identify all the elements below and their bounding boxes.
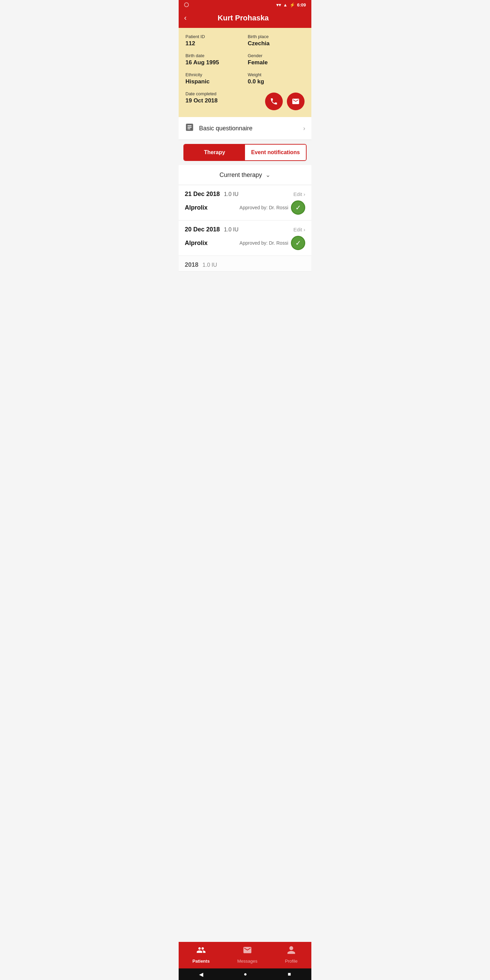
patient-id-label: Patient ID <box>185 34 242 39</box>
edit-button[interactable]: Edit › <box>293 191 305 197</box>
therapy-entry-bottom: Alprolix Approved by: Dr. Rossi ✓ <box>185 200 305 215</box>
back-button[interactable]: ‹ <box>184 14 186 22</box>
therapy-date: 21 Dec 2018 <box>185 191 220 198</box>
status-bar: ▾▾ ▲ ⚡ 6:09 <box>179 0 311 10</box>
status-right: ▾▾ ▲ ⚡ 6:09 <box>276 2 306 8</box>
gender-label: Gender <box>248 53 305 58</box>
weight-field: Weight 0.0 kg <box>248 72 305 85</box>
therapy-entry: 20 Dec 2018 1.0 IU Edit › Alprolix Appro… <box>179 221 311 256</box>
therapy-tab-bar: Therapy Event notifications <box>183 144 307 161</box>
wifi-icon: ▾▾ <box>276 2 281 8</box>
email-button[interactable] <box>287 92 305 110</box>
approved-check-icon: ✓ <box>291 236 305 250</box>
therapy-date: 2018 <box>185 261 198 269</box>
patients-icon <box>196 945 206 957</box>
therapy-entry: 21 Dec 2018 1.0 IU Edit › Alprolix Appro… <box>179 185 311 221</box>
nav-messages[interactable]: Messages <box>237 945 257 964</box>
approved-by-text: Approved by: Dr. Rossi <box>240 205 288 210</box>
chevron-right-icon: › <box>303 125 305 132</box>
home-system-button[interactable]: ● <box>243 971 247 977</box>
ethnicity-value: Hispanic <box>185 78 210 85</box>
questionnaire-label: Basic questionnaire <box>199 125 298 132</box>
patient-id-value: 112 <box>185 40 195 47</box>
info-bottom-row: Date completed 19 Oct 2018 <box>185 91 305 110</box>
approved-by: Approved by: Dr. Rossi ✓ <box>240 200 305 215</box>
profile-label: Profile <box>285 959 298 964</box>
approved-check-icon: ✓ <box>291 200 305 215</box>
time-display: 6:09 <box>297 2 306 8</box>
current-therapy-label: Current therapy <box>220 172 262 179</box>
therapy-drug: Alprolix <box>185 240 208 247</box>
birth-place-field: Birth place Czechia <box>248 34 305 47</box>
patient-info-grid: Patient ID 112 Birth place Czechia Birth… <box>185 34 305 85</box>
page-title: Kurt Prohaska <box>191 14 296 22</box>
birth-place-label: Birth place <box>248 34 305 39</box>
birth-date-label: Birth date <box>185 53 242 58</box>
messages-icon <box>243 945 252 957</box>
signal-dot <box>184 2 189 7</box>
bottom-nav: Patients Messages Profile <box>179 942 311 969</box>
phone-button[interactable] <box>265 92 283 110</box>
approved-by: Approved by: Dr. Rossi ✓ <box>240 236 305 250</box>
questionnaire-icon <box>185 123 194 134</box>
patients-label: Patients <box>192 959 210 964</box>
therapy-entry-bottom: Alprolix Approved by: Dr. Rossi ✓ <box>185 236 305 250</box>
weight-label: Weight <box>248 72 305 77</box>
chevron-down-icon: ⌄ <box>266 171 270 179</box>
edit-button[interactable]: Edit › <box>293 227 305 232</box>
edit-chevron-icon: › <box>304 227 305 232</box>
therapy-drug: Alprolix <box>185 204 208 211</box>
current-therapy-dropdown[interactable]: Current therapy ⌄ <box>179 165 311 185</box>
event-notifications-tab[interactable]: Event notifications <box>245 145 306 160</box>
system-nav-bar: ◀ ● ■ <box>179 969 311 980</box>
birth-date-value: 16 Aug 1995 <box>185 59 219 66</box>
therapy-dose: 1.0 IU <box>224 227 239 233</box>
edit-chevron-icon: › <box>304 191 305 197</box>
nav-patients[interactable]: Patients <box>192 945 210 964</box>
gender-value: Female <box>248 59 268 66</box>
status-left <box>184 2 189 7</box>
patient-info-card: Patient ID 112 Birth place Czechia Birth… <box>179 28 311 117</box>
therapy-entry-partial: 2018 1.0 IU <box>179 256 311 272</box>
email-icon <box>292 97 300 105</box>
birth-date-field: Birth date 16 Aug 1995 <box>185 53 242 66</box>
date-completed-value: 19 Oct 2018 <box>185 97 218 104</box>
messages-label: Messages <box>237 959 257 964</box>
therapy-date-dose-row: 20 Dec 2018 1.0 IU <box>185 226 239 233</box>
therapy-entry-top: 20 Dec 2018 1.0 IU Edit › <box>185 226 305 233</box>
phone-icon <box>270 97 278 105</box>
therapy-tab[interactable]: Therapy <box>184 145 245 160</box>
recent-system-button[interactable]: ■ <box>288 971 291 977</box>
therapy-date-dose-row: 2018 1.0 IU <box>185 261 305 269</box>
header: ‹ Kurt Prohaska <box>179 10 311 28</box>
nav-profile[interactable]: Profile <box>285 945 298 964</box>
gender-field: Gender Female <box>248 53 305 66</box>
ethnicity-label: Ethnicity <box>185 72 242 77</box>
date-completed-field: Date completed 19 Oct 2018 <box>185 91 218 104</box>
therapy-dose: 1.0 IU <box>224 191 239 197</box>
therapy-date: 20 Dec 2018 <box>185 226 220 233</box>
back-system-button[interactable]: ◀ <box>199 971 203 978</box>
ethnicity-field: Ethnicity Hispanic <box>185 72 242 85</box>
date-completed-label: Date completed <box>185 91 218 96</box>
profile-icon <box>286 945 296 957</box>
therapy-entry-top: 21 Dec 2018 1.0 IU Edit › <box>185 191 305 198</box>
contact-buttons <box>265 92 305 110</box>
signal-icon: ▲ <box>283 2 288 8</box>
battery-icon: ⚡ <box>290 2 295 8</box>
patient-id-field: Patient ID 112 <box>185 34 242 47</box>
approved-by-text: Approved by: Dr. Rossi <box>240 240 288 246</box>
birth-place-value: Czechia <box>248 40 269 47</box>
therapy-date-dose-row: 21 Dec 2018 1.0 IU <box>185 191 239 198</box>
questionnaire-row[interactable]: Basic questionnaire › <box>179 117 311 140</box>
therapy-dose: 1.0 IU <box>202 262 217 268</box>
weight-value: 0.0 kg <box>248 78 264 85</box>
